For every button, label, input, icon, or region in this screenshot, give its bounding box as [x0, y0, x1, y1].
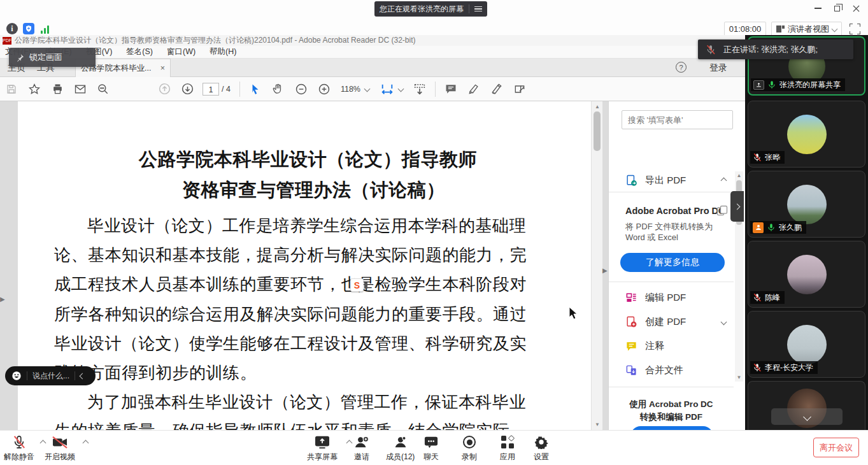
save-button[interactable] [0, 80, 23, 99]
settings-button[interactable]: 设置 [534, 434, 549, 462]
email-button[interactable] [69, 80, 92, 99]
tab-close-icon[interactable]: × [160, 64, 165, 73]
leave-meeting-button[interactable]: 离开会议 [813, 438, 859, 457]
fit-width-icon [380, 82, 394, 96]
create-pdf-tool[interactable]: 创建 PDF [609, 311, 734, 332]
screenshare-badge-icon [753, 80, 764, 90]
combine-files-tool[interactable]: 合并文件 [609, 360, 734, 380]
apps-button[interactable]: 应用 [500, 434, 515, 462]
page-display-button[interactable] [408, 80, 431, 99]
avatar [787, 185, 827, 224]
print-button[interactable] [46, 80, 69, 99]
tools-search-input[interactable] [622, 110, 733, 129]
help-icon[interactable]: ? [676, 62, 687, 73]
restore-button[interactable] [827, 0, 846, 17]
invite-button[interactable]: 邀请 [354, 434, 369, 462]
doc-body-line: 所学各种知识的综合运用及解决实际问题能力的重要手段。通过 [54, 303, 527, 326]
record-button[interactable]: 录制 [462, 434, 477, 462]
network-signal-icon [41, 25, 49, 34]
unmute-button[interactable]: 解除静音 [4, 434, 34, 462]
previous-page-button[interactable] [153, 80, 176, 99]
fit-width-button[interactable] [376, 80, 399, 99]
scroll-down-icon[interactable]: ▼ [592, 422, 603, 427]
unmute-label: 解除静音 [4, 452, 34, 462]
menu-help[interactable]: 帮助(H) [210, 46, 236, 57]
export-pdf-tool[interactable]: 导出 PDF [609, 170, 734, 190]
bookmark-button[interactable] [23, 80, 46, 99]
panel-collapse-handle[interactable] [730, 191, 744, 222]
comment-tool[interactable]: 注释 [609, 336, 734, 356]
mic-muted-icon [753, 363, 762, 372]
highlight-tool-button[interactable] [462, 80, 485, 99]
start-video-button[interactable]: 开启视频 [45, 434, 75, 462]
meeting-info-icon[interactable]: i [6, 23, 18, 34]
view-mode-button[interactable]: 演讲者视图 [771, 22, 842, 36]
share-options-icon[interactable] [346, 440, 353, 447]
chat-button[interactable]: 聊天 [423, 434, 439, 462]
participant-tile-partial[interactable] [748, 381, 865, 430]
mic-muted-icon [706, 45, 716, 55]
select-tool-button[interactable] [244, 80, 267, 99]
video-options-icon[interactable] [83, 440, 89, 447]
lock-view-tooltip-text: 锁定画面 [29, 52, 62, 63]
share-screen-button[interactable]: 共享屏幕 [307, 434, 338, 462]
menu-sign[interactable]: 签名(S) [126, 46, 153, 57]
participant-tile[interactable]: 张晔 [748, 101, 865, 168]
page-total-label: / 4 [222, 85, 231, 94]
search-icon [97, 83, 110, 96]
hand-tool-button[interactable] [267, 80, 290, 99]
learn-more-button[interactable]: 了解更多信息 [620, 253, 725, 272]
quick-chat-placeholder[interactable]: 说点什么... [32, 371, 69, 382]
scroll-down-icon[interactable]: ▼ [735, 375, 743, 380]
menu-window[interactable]: 窗口(W) [167, 46, 196, 57]
sidebar-collapse-icon[interactable]: ▶ [602, 267, 608, 274]
watching-banner-text: 您正在观看张洪亮的屏幕 [380, 4, 464, 15]
search-button[interactable] [92, 80, 115, 99]
chevron-left-icon[interactable] [80, 373, 86, 379]
participant-tile[interactable]: 李程-长安大学 [748, 311, 865, 378]
participant-tile[interactable]: 陈峰 [748, 241, 865, 308]
star-icon [28, 83, 41, 96]
quick-chat-bubble[interactable]: 说点什么... [5, 366, 96, 385]
acrobat-menubar: 文件(F) 编辑(E) 视图(V) 签名(S) 窗口(W) 帮助(H) [0, 46, 745, 59]
left-panel-expand-icon[interactable]: ▶ [0, 296, 5, 303]
page-number-input[interactable]: 1 [203, 83, 219, 96]
send-signature-button[interactable] [508, 80, 531, 99]
trial-text-line2: 转换和编辑 PDF [609, 411, 734, 423]
zoom-level-value[interactable]: 118% [341, 85, 360, 94]
sign-in-link[interactable]: 登录 [709, 62, 727, 74]
chevron-up-icon[interactable] [721, 177, 727, 183]
chevron-down-icon[interactable] [721, 318, 727, 325]
camera-off-icon [52, 435, 68, 449]
zoom-in-button[interactable] [313, 80, 336, 99]
zoom-out-button[interactable] [290, 80, 313, 99]
promo-description: 将 PDF 文件联机转换为 Word 或 Excel [625, 221, 721, 243]
security-shield-icon[interactable] [23, 23, 34, 34]
comment-tool-button[interactable] [439, 80, 462, 99]
acrobat-title-text: 公路学院本科毕业设计（论文）指导教师资格审查与管理办法（讨论稿)220104.p… [15, 35, 415, 46]
acrobat-app-icon: PDF [3, 37, 11, 45]
scrollbar-thumb[interactable] [594, 111, 601, 151]
watching-banner[interactable]: 您正在观看张洪亮的屏幕 [374, 1, 487, 17]
next-page-button[interactable] [176, 80, 199, 99]
fullscreen-button[interactable] [850, 24, 860, 34]
scroll-more-participants-button[interactable] [771, 408, 843, 425]
fit-dropdown-icon[interactable] [398, 86, 404, 92]
mic-muted-icon [753, 153, 762, 162]
members-icon [393, 435, 408, 449]
close-button[interactable] [846, 0, 865, 17]
emoji-icon[interactable] [11, 371, 22, 381]
zoom-dropdown-icon[interactable] [364, 86, 371, 92]
banner-menu-icon[interactable] [474, 6, 482, 12]
pin-icon [15, 53, 25, 62]
mic-on-icon [767, 223, 776, 232]
scroll-up-icon[interactable]: ▲ [592, 104, 603, 110]
members-button[interactable]: 成员(12) [386, 434, 415, 462]
acrobat-titlebar: PDF 公路学院本科毕业设计（论文）指导教师资格审查与管理办法（讨论稿)2201… [0, 35, 745, 46]
fill-sign-button[interactable] [485, 80, 508, 99]
participant-tile[interactable]: 张久鹏 [748, 171, 865, 238]
document-scrollbar[interactable]: ▲ ▼ [591, 101, 602, 430]
scroll-up-icon[interactable]: ▲ [735, 173, 743, 178]
minimize-button[interactable] [808, 0, 827, 17]
edit-pdf-tool[interactable]: 编辑 PDF [609, 287, 734, 308]
